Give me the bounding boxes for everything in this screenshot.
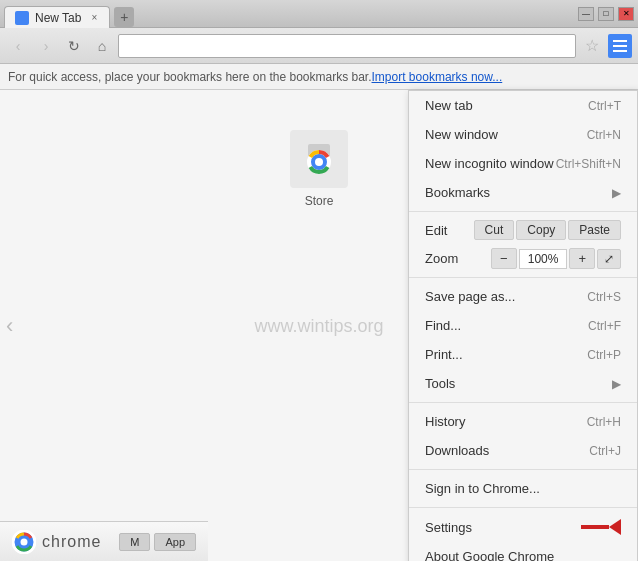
menu-item-settings[interactable]: Settings [409,512,637,542]
maximize-button[interactable]: □ [598,7,614,21]
edit-group: Edit Cut Copy Paste [409,216,637,244]
menu-item-find[interactable]: Find... Ctrl+F [409,311,637,340]
store-icon-box [290,130,348,188]
menu-item-new-incognito[interactable]: New incognito window Ctrl+Shift+N [409,149,637,178]
store-app-icon[interactable]: Store [290,130,348,208]
svg-point-6 [21,538,28,545]
menu-item-downloads[interactable]: Downloads Ctrl+J [409,436,637,465]
apps-grid: Store [290,130,348,208]
browser-main: ‹ [0,90,638,561]
left-nav-arrow[interactable]: ‹ [6,313,13,339]
active-tab[interactable]: New Tab × [4,6,110,28]
cut-button[interactable]: Cut [474,220,515,240]
chrome-logo: chrome [12,530,101,554]
divider-2 [409,277,637,278]
divider-3 [409,402,637,403]
zoom-group: Zoom − 100% + ⤢ [409,244,637,273]
bookmarks-bar: For quick access, place your bookmarks h… [0,64,638,90]
menu-item-new-window[interactable]: New window Ctrl+N [409,120,637,149]
divider-1 [409,211,637,212]
hamburger-icon [613,40,627,52]
forward-button[interactable]: › [34,34,58,58]
zoom-out-button[interactable]: − [491,248,517,269]
menu-item-bookmarks[interactable]: Bookmarks ▶ [409,178,637,207]
svg-point-3 [315,158,323,166]
zoom-fullscreen-button[interactable]: ⤢ [597,249,621,269]
tab-label: New Tab [35,11,81,25]
tab-area: New Tab × + [4,0,578,27]
bottom-bar: chrome M App [0,521,208,561]
tab-close-button[interactable]: × [91,12,97,23]
zoom-percent: 100% [519,249,568,269]
zoom-buttons: − 100% + ⤢ [491,248,621,269]
address-bar[interactable] [118,34,576,58]
bottom-action-buttons: M App [119,533,196,551]
minimize-button[interactable]: — [578,7,594,21]
window-controls: — □ ✕ [578,7,634,21]
home-button[interactable]: ⌂ [90,34,114,58]
copy-button[interactable]: Copy [516,220,566,240]
menu-item-print[interactable]: Print... Ctrl+P [409,340,637,369]
edit-buttons: Cut Copy Paste [474,220,621,240]
chrome-logo-icon [12,530,36,554]
menu-item-history[interactable]: History Ctrl+H [409,407,637,436]
menu-item-sign-in[interactable]: Sign in to Chrome... [409,474,637,503]
menu-item-about[interactable]: About Google Chrome [409,542,637,561]
paste-button[interactable]: Paste [568,220,621,240]
divider-4 [409,469,637,470]
bookmarks-hint-text: For quick access, place your bookmarks h… [8,70,372,84]
nav-bar: ‹ › ↻ ⌂ ☆ [0,28,638,64]
watermark-text: www.wintips.org [254,315,383,336]
store-icon-svg [300,140,338,178]
menu-item-tools[interactable]: Tools ▶ [409,369,637,398]
app-button[interactable]: App [154,533,196,551]
import-bookmarks-link[interactable]: Import bookmarks now... [372,70,503,84]
chrome-menu-button[interactable] [608,34,632,58]
menu-item-save-page[interactable]: Save page as... Ctrl+S [409,282,637,311]
m-button[interactable]: M [119,533,150,551]
settings-red-arrow [581,519,621,535]
zoom-in-button[interactable]: + [569,248,595,269]
divider-5 [409,507,637,508]
bookmark-star-icon[interactable]: ☆ [580,34,604,58]
chrome-dropdown-menu: New tab Ctrl+T New window Ctrl+N New inc… [408,90,638,561]
back-button[interactable]: ‹ [6,34,30,58]
reload-button[interactable]: ↻ [62,34,86,58]
chrome-brand-text: chrome [42,533,101,551]
title-bar: New Tab × + — □ ✕ [0,0,638,28]
store-label: Store [305,194,334,208]
close-button[interactable]: ✕ [618,7,634,21]
tab-favicon [15,11,29,25]
menu-item-new-tab[interactable]: New tab Ctrl+T [409,91,637,120]
new-tab-button[interactable]: + [114,7,134,27]
